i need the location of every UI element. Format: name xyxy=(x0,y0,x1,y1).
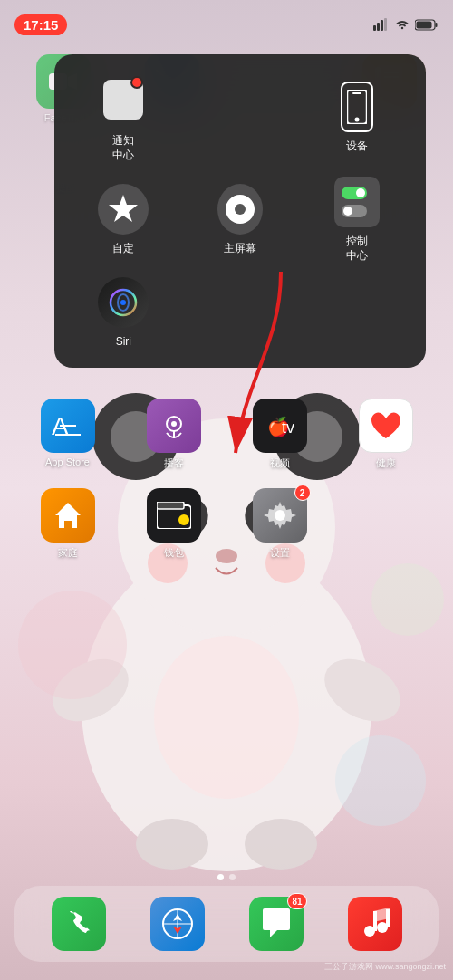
svg-text:tv: tv xyxy=(282,418,294,437)
status-icons xyxy=(373,18,439,31)
app-home-label: 家庭 xyxy=(58,546,78,560)
popup-notification-center[interactable]: 通知中心 xyxy=(72,72,175,162)
svg-rect-25 xyxy=(373,25,376,31)
app-wallet-label: 钱包 xyxy=(164,546,184,560)
app-health[interactable]: 健康 xyxy=(353,399,419,470)
app-home[interactable]: 家庭 xyxy=(35,488,101,560)
app-settings[interactable]: 2 设置 xyxy=(247,488,313,560)
popup-notification-label: 通知中心 xyxy=(112,134,134,162)
svg-rect-30 xyxy=(436,23,438,27)
popup-control-center-label: 控制中心 xyxy=(346,235,368,263)
battery-icon xyxy=(415,19,439,31)
popup-home-screen-label: 主屏幕 xyxy=(224,242,256,256)
svg-point-46 xyxy=(171,421,177,427)
page-dot-2 xyxy=(229,874,236,880)
home-screen-icon xyxy=(217,184,263,235)
svg-rect-28 xyxy=(384,18,387,31)
customize-icon xyxy=(98,184,149,235)
app-row-2: 家庭 钱包 2 设置 xyxy=(14,488,439,560)
status-time: 17:15 xyxy=(14,14,67,35)
svg-marker-50 xyxy=(55,503,81,528)
signal-icon xyxy=(373,18,390,31)
wifi-icon xyxy=(395,19,410,30)
app-rows: A App Store 播客 🍎tv 视频 健康 xyxy=(0,399,453,578)
app-wallet[interactable]: 钱包 xyxy=(141,488,207,560)
svg-rect-27 xyxy=(381,20,383,31)
popup-device-label: 设备 xyxy=(346,139,368,154)
svg-rect-52 xyxy=(157,502,184,509)
app-row-1: A App Store 播客 🍎tv 视频 健康 xyxy=(14,399,439,470)
svg-point-54 xyxy=(178,514,189,525)
control-center-icon xyxy=(334,177,380,227)
app-appletv[interactable]: 🍎tv 视频 xyxy=(247,399,313,470)
app-appstore[interactable]: A App Store xyxy=(35,399,101,470)
popup-siri[interactable]: Siri xyxy=(72,277,175,350)
popup-customize[interactable]: 自定 xyxy=(72,184,175,256)
dock-phone[interactable] xyxy=(46,897,111,951)
settings-badge: 2 xyxy=(294,485,311,501)
context-popup: 通知中心 设备 自定 主屏幕 xyxy=(54,54,426,368)
notification-center-icon xyxy=(96,72,150,127)
messages-badge: 81 xyxy=(287,893,306,909)
svg-rect-26 xyxy=(377,23,380,31)
dock: 81 xyxy=(14,886,439,962)
app-health-label: 健康 xyxy=(376,456,396,470)
dock-music[interactable] xyxy=(342,897,408,951)
app-podcasts-label: 播客 xyxy=(164,456,184,470)
svg-marker-69 xyxy=(109,195,138,222)
popup-home-screen[interactable]: 主屏幕 xyxy=(189,184,292,256)
siri-icon xyxy=(98,277,149,328)
dock-safari[interactable] xyxy=(145,897,210,951)
app-podcasts[interactable]: 播客 xyxy=(141,399,207,470)
svg-rect-31 xyxy=(417,21,432,28)
device-icon xyxy=(341,82,373,132)
svg-point-67 xyxy=(354,117,359,121)
popup-device[interactable]: 设备 xyxy=(305,82,408,154)
popup-siri-label: Siri xyxy=(116,335,131,350)
app-settings-label: 设置 xyxy=(270,546,290,560)
svg-point-73 xyxy=(120,300,126,305)
app-appletv-label: 视频 xyxy=(270,456,290,470)
status-bar: 17:15 xyxy=(0,0,453,40)
watermark: 三公子游戏网 www.sangongzi.net xyxy=(324,961,446,973)
page-dot-1 xyxy=(217,874,224,880)
page-dots xyxy=(0,874,453,880)
app-appstore-label: App Store xyxy=(45,456,90,467)
dock-messages[interactable]: 81 xyxy=(244,897,309,951)
popup-customize-label: 自定 xyxy=(112,242,134,256)
popup-control-center[interactable]: 控制中心 xyxy=(305,177,408,263)
popup-grid: 通知中心 设备 自定 主屏幕 xyxy=(72,72,408,350)
